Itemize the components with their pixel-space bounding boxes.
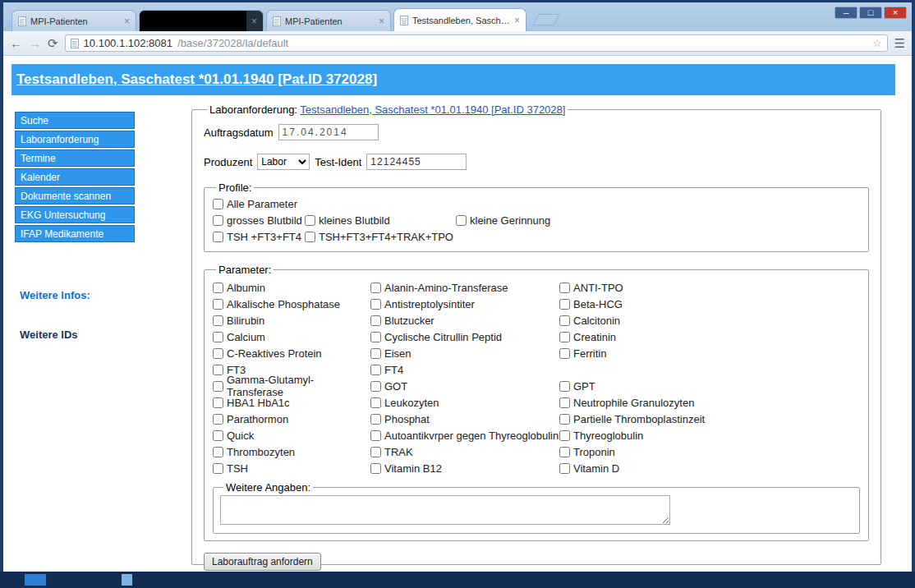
checkbox-alle-parameter[interactable]: Alle Parameter bbox=[213, 198, 860, 210]
sidebar-item-termine[interactable]: Termine bbox=[15, 149, 135, 167]
checkbox-input[interactable] bbox=[370, 381, 381, 392]
tab-close-icon[interactable]: × bbox=[514, 16, 520, 25]
checkbox-input[interactable] bbox=[370, 283, 381, 293]
reload-icon[interactable]: ⟳ bbox=[48, 36, 58, 51]
sidebar-item-laboranforderung[interactable]: Laboranforderung bbox=[15, 131, 135, 148]
checkbox-input[interactable] bbox=[213, 232, 223, 242]
sidebar-item-ifap-medikamente[interactable]: IFAP Medikamente bbox=[15, 225, 135, 242]
checkbox-quick[interactable]: Quick bbox=[213, 427, 370, 443]
checkbox-input[interactable] bbox=[559, 397, 570, 408]
checkbox-input[interactable] bbox=[213, 283, 223, 293]
checkbox-input[interactable] bbox=[213, 299, 223, 310]
patient-link[interactable]: Testsandleben, Saschatest *01.01.1940 [P… bbox=[300, 103, 565, 116]
checkbox-ferritin[interactable]: Ferritin bbox=[559, 345, 860, 361]
checkbox-input[interactable] bbox=[305, 232, 315, 242]
checkbox-input[interactable] bbox=[559, 430, 570, 441]
checkbox-input[interactable] bbox=[559, 463, 570, 474]
checkbox-cyclische-citrullin-peptid[interactable]: Cyclische Citrullin Peptid bbox=[370, 328, 559, 345]
checkbox-tsh-ft3-ft4-trak-tpo[interactable]: TSH+FT3+FT4+TRAK+TPO bbox=[305, 231, 860, 243]
menu-icon[interactable]: ☰ bbox=[894, 36, 905, 51]
checkbox-beta-hcg[interactable]: Beta-HCG bbox=[559, 296, 860, 312]
checkbox-input[interactable] bbox=[559, 414, 570, 425]
checkbox-neutrophile-granulozyten[interactable]: Neutrophile Granulozyten bbox=[559, 394, 860, 411]
checkbox-ft4[interactable]: FT4 bbox=[370, 361, 559, 378]
test-ident-input[interactable] bbox=[366, 154, 467, 170]
forward-icon[interactable]: → bbox=[29, 36, 41, 50]
checkbox-thrombozyten[interactable]: Thrombozyten bbox=[213, 443, 370, 460]
checkbox-kleine-gerinnung[interactable]: kleine Gerinnung bbox=[456, 214, 860, 227]
produzent-select[interactable]: Labor bbox=[257, 154, 310, 170]
checkbox-input[interactable] bbox=[213, 463, 223, 474]
checkbox-alkalische-phosphatase[interactable]: Alkalische Phosphatase bbox=[213, 296, 370, 312]
back-icon[interactable]: ← bbox=[10, 36, 22, 50]
bookmark-star-icon[interactable]: ☆ bbox=[872, 37, 882, 49]
new-tab-button[interactable] bbox=[533, 14, 560, 25]
checkbox-input[interactable] bbox=[213, 315, 223, 326]
checkbox-input[interactable] bbox=[370, 463, 381, 474]
checkbox-input[interactable] bbox=[456, 215, 467, 226]
checkbox-input[interactable] bbox=[559, 381, 570, 392]
checkbox-trak[interactable]: TRAK bbox=[370, 443, 559, 460]
checkbox-tsh[interactable]: TSH bbox=[213, 460, 370, 476]
checkbox-input[interactable] bbox=[370, 348, 381, 359]
sidebar-item-suche[interactable]: Suche bbox=[15, 112, 135, 129]
tab-testsandleben-active[interactable]: Testsandleben, Saschatest × bbox=[393, 8, 526, 31]
checkbox-calcium[interactable]: Calcium bbox=[213, 328, 370, 345]
checkbox-input[interactable] bbox=[213, 348, 223, 359]
checkbox-antistreptolysintiter[interactable]: Antistreptolysintiter bbox=[370, 296, 559, 312]
checkbox-eisen[interactable]: Eisen bbox=[370, 345, 559, 361]
checkbox-phosphat[interactable]: Phosphat bbox=[370, 411, 559, 427]
checkbox-input[interactable] bbox=[370, 365, 381, 375]
checkbox-grosses-blutbild[interactable]: grosses Blutbild bbox=[213, 214, 305, 227]
checkbox-input[interactable] bbox=[305, 215, 315, 226]
checkbox-gamma-glutamyl-transferase[interactable]: Gamma-Glutamyl-Transferase bbox=[213, 378, 370, 394]
laborauftrag-anfordern-button[interactable]: Laborauftrag anfordern bbox=[204, 553, 321, 571]
tab-mpi-patienten-1[interactable]: MPI-Patienten × bbox=[11, 10, 136, 31]
checkbox-c-reaktives-protein[interactable]: C-Reaktives Protein bbox=[213, 345, 370, 361]
checkbox-albumin[interactable]: Albumin bbox=[213, 279, 370, 296]
checkbox-input[interactable] bbox=[370, 430, 381, 441]
checkbox-got[interactable]: GOT bbox=[370, 378, 559, 394]
checkbox-gpt[interactable]: GPT bbox=[559, 378, 860, 394]
checkbox-leukozyten[interactable]: Leukozyten bbox=[370, 394, 559, 411]
sidebar-item-ekg-untersuchung[interactable]: EKG Untersuchung bbox=[15, 206, 135, 223]
checkbox-alanin-amino-transferase[interactable]: Alanin-Amino-Transferase bbox=[370, 279, 559, 296]
tab-close-icon[interactable]: × bbox=[124, 16, 130, 26]
checkbox-bilirubin[interactable]: Bilirubin bbox=[213, 312, 370, 328]
minimize-button[interactable]: – bbox=[835, 7, 858, 19]
checkbox-creatinin[interactable]: Creatinin bbox=[559, 328, 860, 345]
checkbox-input[interactable] bbox=[370, 414, 381, 425]
checkbox-calcitonin[interactable]: Calcitonin bbox=[559, 312, 860, 328]
checkbox-input[interactable] bbox=[559, 348, 570, 359]
checkbox-input[interactable] bbox=[213, 365, 223, 375]
auftragsdatum-input[interactable] bbox=[278, 124, 379, 140]
checkbox-autoantikoerper-gegen-thyreoglobulin[interactable]: Autoantikvrper gegen Thyreoglobulin bbox=[370, 427, 559, 443]
checkbox-input[interactable] bbox=[370, 299, 381, 310]
checkbox-input[interactable] bbox=[559, 332, 570, 342]
sidebar-item-dokumente-scannen[interactable]: Dokumente scannen bbox=[15, 187, 135, 204]
checkbox-thyreoglobulin[interactable]: Thyreoglobulin bbox=[559, 427, 860, 443]
checkbox-input[interactable] bbox=[213, 397, 223, 408]
sidebar-item-kalender[interactable]: Kalender bbox=[15, 168, 135, 186]
checkbox-input[interactable] bbox=[213, 414, 223, 425]
checkbox-tsh-ft3-ft4[interactable]: TSH +FT3+FT4 bbox=[213, 231, 305, 243]
tab-mpi-patienten-2[interactable]: MPI-Patienten × bbox=[266, 10, 391, 31]
checkbox-input[interactable] bbox=[559, 299, 570, 310]
tab-close-icon[interactable]: × bbox=[251, 16, 257, 26]
checkbox-input[interactable] bbox=[559, 447, 570, 457]
checkbox-input[interactable] bbox=[370, 447, 381, 457]
checkbox-input[interactable] bbox=[370, 397, 381, 408]
weitere-angaben-textarea[interactable] bbox=[220, 495, 670, 525]
checkbox-input[interactable] bbox=[213, 215, 223, 226]
tab-redacted[interactable]: × bbox=[139, 10, 264, 31]
checkbox-input[interactable] bbox=[213, 430, 223, 441]
checkbox-kleines-blutbild[interactable]: kleines Blutbild bbox=[305, 214, 456, 227]
patient-header-link[interactable]: Testsandleben, Saschatest *01.01.1940 [P… bbox=[16, 71, 377, 88]
checkbox-input[interactable] bbox=[213, 199, 223, 209]
checkbox-troponin[interactable]: Troponin bbox=[559, 443, 860, 460]
close-button[interactable]: × bbox=[884, 7, 907, 19]
checkbox-input[interactable] bbox=[213, 332, 223, 342]
checkbox-input[interactable] bbox=[559, 315, 570, 326]
tab-close-icon[interactable]: × bbox=[379, 16, 384, 26]
address-bar[interactable]: 10.100.1.102:8081/base/372028/la/default… bbox=[65, 34, 888, 52]
